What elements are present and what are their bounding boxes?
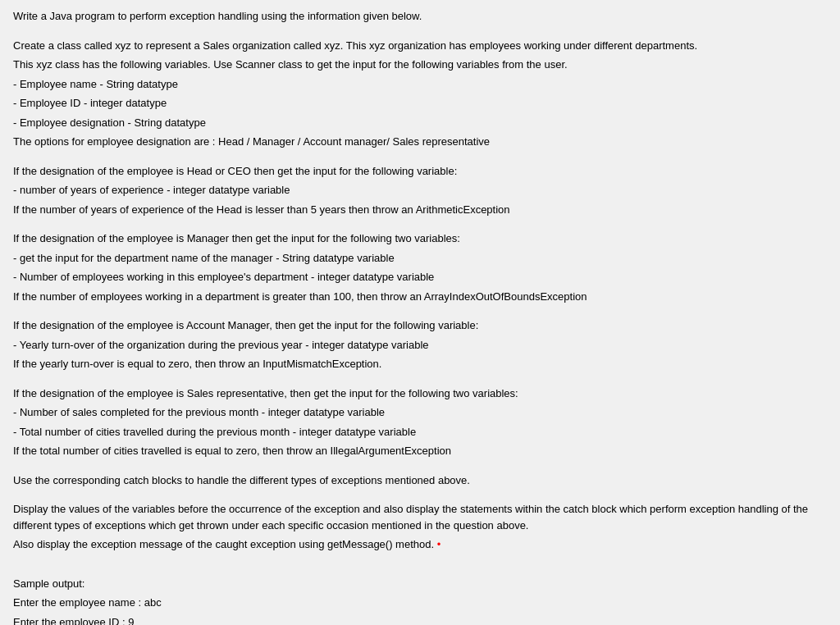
sample-output-label: Sample output: [13,576,827,592]
display-instruction2: Also display the exception message of th… [13,536,827,553]
section-manager-var2: - Number of employees working in this em… [13,269,827,285]
var2-text: - Employee ID - integer datatype [13,95,827,112]
section-salesrep-var1: - Number of sales completed for the prev… [13,404,827,421]
sample-line2: Enter the employee ID : 9 [13,614,827,626]
display-instruction: Display the values of the variables befo… [13,501,827,533]
section-salesrep-var2: - Total number of cities travelled durin… [13,424,827,440]
section-head-title: If the designation of the employee is He… [13,163,827,180]
main-content: Write a Java program to perform exceptio… [13,8,827,625]
section-acctmgr-title: If the designation of the employee is Ac… [13,317,827,334]
section-manager-var1: - get the input for the department name … [13,250,827,267]
red-dot: • [434,538,441,550]
section-head-cond: If the number of years of experience of … [13,202,827,218]
para1-text: Create a class called xyz to represent a… [13,38,827,54]
intro-text: Write a Java program to perform exceptio… [13,8,827,25]
var1-text: - Employee name - String datatype [13,76,827,93]
section-salesrep-cond: If the total number of cities travelled … [13,443,827,459]
var4-text: The options for employee designation are… [13,134,827,150]
section-acctmgr-cond: If the yearly turn-over is equal to zero… [13,356,827,372]
catch-instruction: Use the corresponding catch blocks to ha… [13,472,827,489]
para2-text: This xyz class has the following variabl… [13,57,827,73]
var3-text: - Employee designation - String datatype [13,115,827,131]
section-salesrep-title: If the designation of the employee is Sa… [13,385,827,402]
sample-line1: Enter the employee name : abc [13,595,827,611]
section-manager-cond: If the number of employees working in a … [13,289,827,305]
section-head-var1: - number of years of experience - intege… [13,182,827,198]
section-manager-title: If the designation of the employee is Ma… [13,230,827,247]
section-acctmgr-var1: - Yearly turn-over of the organization d… [13,337,827,354]
